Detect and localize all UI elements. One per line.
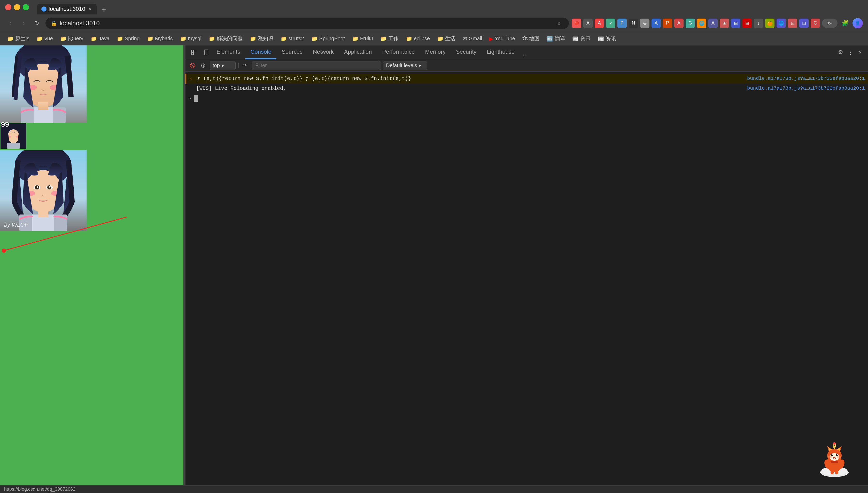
ext-icon-5[interactable]: P: [617, 19, 627, 28]
tab-security[interactable]: Security: [451, 45, 481, 59]
ext-icon-20[interactable]: ⊡: [788, 19, 797, 28]
devtools-settings-button[interactable]: ⚙: [836, 48, 845, 57]
clear-console-button[interactable]: 🚫: [188, 61, 197, 70]
tab-console[interactable]: Console: [245, 45, 277, 59]
ext-icon-13[interactable]: A: [708, 19, 718, 28]
inspect-element-button[interactable]: [189, 47, 199, 58]
tab-performance[interactable]: Performance: [377, 45, 420, 59]
tab-application[interactable]: Application: [339, 45, 377, 59]
preserve-log-button[interactable]: [199, 61, 208, 70]
ext-icon-12[interactable]: 🌐: [697, 19, 706, 28]
ext-icon-1[interactable]: 🔴: [572, 19, 581, 28]
ext-icon-8[interactable]: A: [652, 19, 661, 28]
ext-icon-6[interactable]: N: [629, 19, 638, 28]
console-link-2[interactable]: bundle.a17a173b.js?a…a173b722efab3aa20:1: [747, 85, 865, 92]
bookmark-java[interactable]: 📁 Java: [87, 34, 112, 43]
ext-icon-7[interactable]: ⊕: [640, 19, 649, 28]
bookmark-解决的问题[interactable]: 📁 解决的问题: [206, 34, 246, 44]
console-link-1[interactable]: bundle.a17a173b.js?a…a173b722efab3aa20:1: [747, 75, 865, 82]
bookmark-spring[interactable]: 📁 Spring: [114, 34, 143, 43]
bookmark-star-icon[interactable]: ☆: [554, 19, 564, 28]
profile-button[interactable]: 👤: [852, 18, 863, 28]
ext-icon-17[interactable]: ↓: [754, 19, 763, 28]
ext-icon-16[interactable]: ⊞: [742, 19, 752, 28]
tab-lighthouse[interactable]: Lighthouse: [481, 45, 520, 59]
svg-point-12: [16, 136, 19, 137]
ext-icon-15[interactable]: ⊞: [731, 19, 740, 28]
bookmark-label: 解决的问题: [217, 35, 243, 42]
bookmark-生活[interactable]: 📁 生活: [434, 34, 458, 44]
ext-icon-23[interactable]: X▾: [822, 19, 838, 28]
minimize-button[interactable]: [14, 4, 20, 10]
bookmark-youtube[interactable]: ▶ YouTube: [486, 34, 518, 43]
back-button[interactable]: ‹: [5, 18, 16, 28]
bookmark-mysql[interactable]: 📁 mysql: [177, 34, 205, 43]
bookmark-maps[interactable]: 🗺 地图: [519, 34, 542, 44]
more-tabs-button[interactable]: »: [520, 50, 529, 59]
bookmark-eclipse[interactable]: 📁 eclipse: [403, 34, 433, 43]
refresh-button[interactable]: ↻: [32, 18, 42, 28]
device-toolbar-button[interactable]: [201, 47, 211, 58]
ext-icon-3[interactable]: A: [595, 19, 604, 28]
bookmark-gmail[interactable]: ✉ Gmail: [459, 34, 485, 43]
svg-rect-31: [194, 50, 196, 52]
tab-sources[interactable]: Sources: [276, 45, 308, 59]
ext-icon-21[interactable]: ⊡: [799, 19, 809, 28]
bookmark-translate[interactable]: 🔤 翻译: [543, 34, 568, 44]
tab-memory[interactable]: Memory: [420, 45, 451, 59]
bookmark-fruitj[interactable]: 📁 FruitJ: [349, 34, 376, 43]
bookmark-label: SpringBoot: [319, 36, 345, 42]
address-bar[interactable]: 🔒 localhost:3010 ☆: [45, 18, 569, 29]
maximize-button[interactable]: [23, 4, 29, 10]
ext-icon-14[interactable]: ⊞: [720, 19, 729, 28]
svg-rect-32: [191, 53, 193, 55]
ext-icon-19[interactable]: 🌐: [777, 19, 786, 28]
bookmark-news2[interactable]: 📰 资讯: [595, 34, 619, 44]
bookmark-label: Spring: [125, 36, 140, 42]
tab-close-button[interactable]: ×: [87, 6, 92, 12]
ext-icon-2[interactable]: A: [583, 19, 593, 28]
ext-icon-9[interactable]: P: [663, 19, 672, 28]
filter-input[interactable]: [252, 61, 381, 70]
bookmark-label: 原生js: [15, 35, 29, 42]
log-level-selector[interactable]: Default levels ▾: [383, 61, 427, 70]
console-output: ⚠ ƒ (e,t){return new S.fn.init(e,t)} ƒ (…: [185, 72, 868, 485]
close-button[interactable]: [5, 4, 12, 10]
svg-point-37: [203, 66, 204, 67]
tab-network[interactable]: Network: [308, 45, 339, 59]
devtools-close-button[interactable]: ×: [855, 48, 865, 57]
bookmark-vue[interactable]: 📁 vue: [33, 34, 56, 43]
eye-button[interactable]: 👁: [241, 61, 250, 70]
tab-favicon: [41, 6, 46, 12]
new-tab-button[interactable]: +: [99, 4, 109, 15]
bookmark-label: FruitJ: [360, 36, 373, 42]
bookmark-struts2[interactable]: 📁 struts2: [277, 34, 307, 43]
ext-icon-11[interactable]: G: [686, 19, 695, 28]
url-display: localhost:3010: [60, 20, 552, 27]
tab-elements[interactable]: Elements: [211, 45, 245, 59]
svg-point-34: [206, 54, 207, 55]
ext-icon-10[interactable]: A: [674, 19, 684, 28]
bookmark-jquery[interactable]: 📁 jQuery: [57, 34, 86, 43]
bookmark-label: eclipse: [414, 36, 430, 42]
bookmark-springboot[interactable]: 📁 SpringBoot: [308, 34, 348, 43]
extensions-menu-button[interactable]: 🧩: [840, 18, 850, 29]
console-context-selector[interactable]: top ▾: [210, 61, 235, 70]
tab-active[interactable]: localhost:3010 ×: [37, 4, 97, 15]
ext-icon-22[interactable]: C: [811, 19, 820, 28]
lock-icon: 🔒: [50, 20, 57, 26]
forward-button[interactable]: ›: [19, 18, 29, 28]
bookmark-工作[interactable]: 📁 工作: [377, 34, 402, 44]
bookmark-mybatis[interactable]: 📁 Mybatis: [144, 34, 176, 43]
webpage-area: 99: [0, 45, 183, 485]
bookmark-news[interactable]: 📰 资讯: [569, 34, 594, 44]
svg-point-21: [37, 186, 38, 188]
devtools-more-button[interactable]: ⋮: [845, 47, 855, 58]
bookmark-label: vue: [44, 36, 53, 42]
bookmark-label: 翻译: [555, 35, 565, 42]
ext-icon-4[interactable]: ✓: [606, 19, 615, 28]
bookmark-涨知识[interactable]: 📁 涨知识: [247, 34, 276, 44]
main-image-top: [0, 45, 86, 123]
ext-icon-18[interactable]: 🍊: [765, 19, 774, 28]
bookmark-原生js[interactable]: 📁 原生js: [4, 34, 32, 44]
